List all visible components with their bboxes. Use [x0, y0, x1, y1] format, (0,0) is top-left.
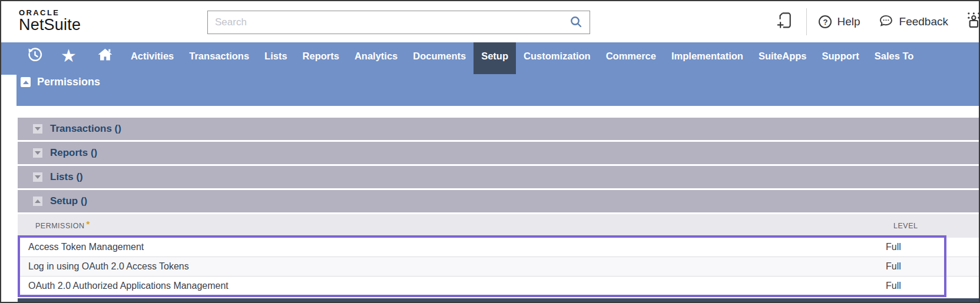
- tab-commerce[interactable]: Commerce: [598, 42, 664, 69]
- recent-records-button[interactable]: [27, 47, 43, 65]
- permissions-content: Transactions () Reports () Lists () Setu…: [18, 118, 979, 295]
- chevron-down-icon: [33, 148, 42, 158]
- add-page-button[interactable]: [776, 11, 793, 32]
- search-icon: [569, 15, 583, 31]
- table-row: Log in using OAuth 2.0 Access Tokens Ful…: [18, 257, 979, 276]
- left-gutter: [1, 75, 16, 106]
- permissions-section-title: Permissions: [21, 76, 100, 88]
- tab-documents[interactable]: Documents: [405, 42, 474, 69]
- permission-cell: OAuth 2.0 Authorized Applications Manage…: [18, 281, 229, 291]
- topbar-actions: ? Help Feedback: [776, 1, 979, 42]
- chevron-up-icon: [33, 197, 42, 206]
- tab-implementation[interactable]: Implementation: [664, 42, 751, 69]
- chevron-up-icon: [23, 81, 29, 84]
- top-bar: ORACLE NetSuite: [1, 1, 979, 42]
- table-row: Access Token Management Full: [18, 238, 979, 257]
- group-label: Lists (): [50, 171, 83, 183]
- permissions-banner: Permissions: [1, 69, 979, 106]
- column-header-level: LEVEL: [893, 222, 918, 230]
- group-lists[interactable]: Lists (): [18, 166, 979, 188]
- roles-button[interactable]: [966, 11, 980, 32]
- netsuite-logo[interactable]: ORACLE NetSuite: [19, 8, 81, 34]
- required-marker: *: [87, 219, 90, 229]
- permissions-title-label: Permissions: [37, 76, 100, 88]
- feedback-icon: [878, 13, 894, 31]
- group-setup[interactable]: Setup (): [18, 190, 979, 212]
- history-icon: [27, 47, 43, 65]
- spacer: [1, 106, 979, 118]
- level-cell: Full: [886, 261, 901, 272]
- permission-cell: Access Token Management: [18, 242, 144, 252]
- roles-icon: [966, 11, 980, 32]
- level-cell: Full: [886, 242, 901, 252]
- netsuite-wordmark: NetSuite: [19, 16, 81, 34]
- tab-support[interactable]: Support: [815, 42, 867, 69]
- table-row: OAuth 2.0 Authorized Applications Manage…: [18, 276, 979, 295]
- feedback-button[interactable]: Feedback: [878, 13, 948, 31]
- add-page-icon: [776, 11, 793, 32]
- home-icon: [97, 46, 114, 65]
- home-button[interactable]: [97, 46, 114, 65]
- search-button[interactable]: [562, 11, 590, 34]
- search-input[interactable]: [208, 11, 562, 34]
- bottom-cutoff-bar: [18, 298, 979, 302]
- tab-reports[interactable]: Reports: [295, 42, 347, 69]
- group-transactions[interactable]: Transactions (): [18, 118, 979, 140]
- chevron-down-icon: [33, 172, 42, 182]
- feedback-label: Feedback: [899, 15, 948, 28]
- tab-customization[interactable]: Customization: [516, 42, 598, 69]
- tab-setup[interactable]: Setup: [474, 42, 516, 74]
- level-cell: Full: [886, 281, 901, 291]
- tab-activities[interactable]: Activities: [123, 42, 181, 69]
- tab-transactions[interactable]: Transactions: [181, 42, 257, 69]
- shortcuts-button[interactable]: ★: [61, 47, 77, 65]
- tab-analytics[interactable]: Analytics: [347, 42, 405, 69]
- group-label: Setup (): [50, 195, 87, 207]
- main-nav: ★ Activities Transactions Lists Reports …: [1, 42, 979, 69]
- help-icon: ?: [819, 15, 832, 28]
- help-label: Help: [837, 15, 860, 28]
- group-reports[interactable]: Reports (): [18, 142, 979, 164]
- permission-cell: Log in using OAuth 2.0 Access Tokens: [18, 261, 189, 272]
- star-icon: ★: [61, 47, 77, 65]
- netsuite-window: ORACLE NetSuite: [0, 0, 980, 303]
- topbar-divider: [806, 8, 807, 35]
- column-header-permission: PERMISSION: [18, 222, 85, 230]
- group-label: Reports (): [50, 147, 97, 159]
- tab-suiteapps[interactable]: SuiteApps: [751, 42, 815, 69]
- tab-sales-tools[interactable]: Sales To: [867, 42, 922, 69]
- global-search: [207, 11, 590, 34]
- table-header: PERMISSION * LEVEL: [18, 214, 979, 238]
- group-label: Transactions (): [50, 123, 121, 135]
- chevron-down-icon: [33, 124, 42, 134]
- help-button[interactable]: ? Help: [819, 15, 860, 28]
- collapse-permissions-button[interactable]: [21, 77, 31, 87]
- tab-lists[interactable]: Lists: [257, 42, 295, 69]
